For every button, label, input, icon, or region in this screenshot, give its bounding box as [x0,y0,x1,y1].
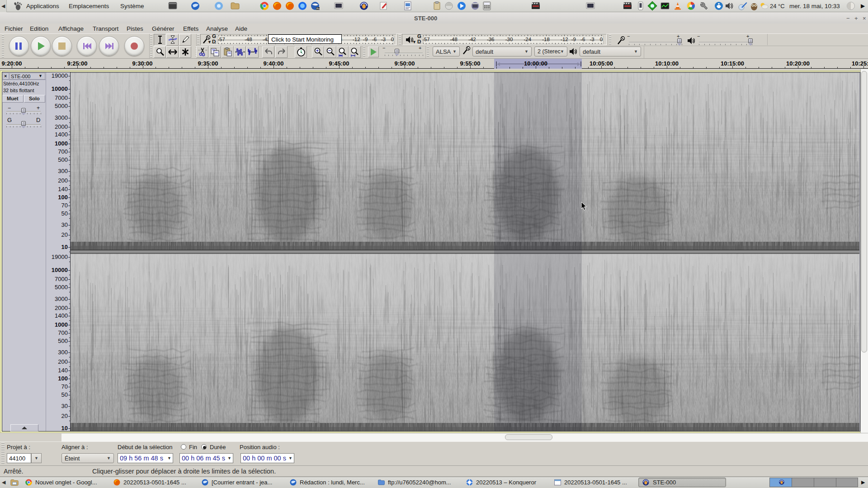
svg-text:Pro: Pro [316,7,320,10]
